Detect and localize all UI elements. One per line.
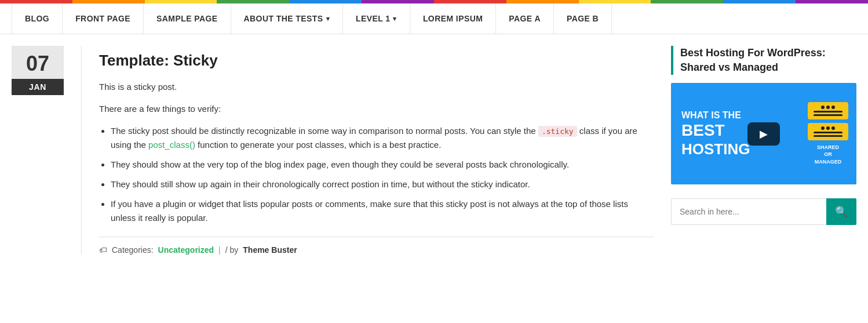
sidebar-widget-title: Best Hosting For WordPress: Shared vs Ma… [671,46,856,75]
nav-level1[interactable]: LEVEL 1 ▾ [343,3,410,34]
main-nav: BLOG FRONT PAGE SAMPLE PAGE ABOUT THE TE… [0,3,868,34]
list-item: If you have a plugin or widget that list… [111,197,654,225]
server-graphic: SHAREDORMANAGED [808,102,848,166]
post-class-link[interactable]: post_class() [148,140,195,150]
video-overlay-text: What is the BEST HOSTING [681,110,750,158]
post-bullet-list: The sticky post should be distinctly rec… [111,124,654,225]
search-button[interactable]: 🔍 [826,198,856,225]
nav-blog[interactable]: BLOG [12,3,63,34]
sidebar-video-thumbnail[interactable]: What is the BEST HOSTING ▶ SHAREDORMANAG… [671,83,856,184]
category-link[interactable]: Uncategorized [158,245,214,255]
nav-front-page[interactable]: FRONT PAGE [63,3,144,34]
main-container: 07 JAN Template: Sticky This is a sticky… [0,34,868,266]
footer-separator: | [218,245,221,255]
play-button[interactable]: ▶ [747,122,780,146]
post-author: Theme Buster [243,245,297,255]
post-footer: 🏷 Categories: Uncategorized | / by Theme… [99,237,654,255]
date-box: 07 JAN [12,46,64,95]
chevron-down-icon: ▾ [326,15,330,23]
nav-page-b[interactable]: PAGE B [554,3,612,34]
server-box-bottom [808,123,848,140]
nav-sample-page[interactable]: SAMPLE PAGE [144,3,231,34]
search-container: 🔍 [671,198,856,225]
post-month: JAN [12,79,64,95]
bullet-text-after: function to generate your post classes, … [195,140,441,150]
post-subheading: There are a few things to verify: [99,102,654,116]
nav-lorem-ipsum[interactable]: LOREM IPSUM [410,3,496,34]
video-best: BEST [681,121,750,140]
list-item: They should show at the very top of the … [111,158,654,172]
sticky-code: .sticky [538,126,577,137]
nav-page-a[interactable]: PAGE A [496,3,554,34]
chevron-down-icon: ▾ [393,15,396,23]
tag-icon: 🏷 [99,245,107,255]
sidebar: Best Hosting For WordPress: Shared vs Ma… [671,46,856,255]
video-what-is: What is the [681,110,750,121]
post-day: 07 [12,46,64,79]
post-body: This is a sticky post. There are a few t… [99,80,654,225]
categories-label: Categories: [112,245,154,255]
list-item: They should still show up again in their… [111,177,654,191]
search-input[interactable] [671,198,826,225]
by-text: / by [225,245,239,255]
server-box-top [808,102,848,119]
post-content: Template: Sticky This is a sticky post. … [81,46,654,255]
search-icon: 🔍 [835,205,848,218]
list-item: The sticky post should be distinctly rec… [111,124,654,152]
post-title: Template: Sticky [99,52,654,70]
shared-managed-text: SHAREDORMANAGED [815,144,842,166]
bullet-text-before: The sticky post should be distinctly rec… [111,126,538,136]
video-hosting: HOSTING [681,140,750,158]
nav-about-tests[interactable]: ABOUT THE TESTS ▾ [231,3,343,34]
post-intro: This is a sticky post. [99,80,654,94]
